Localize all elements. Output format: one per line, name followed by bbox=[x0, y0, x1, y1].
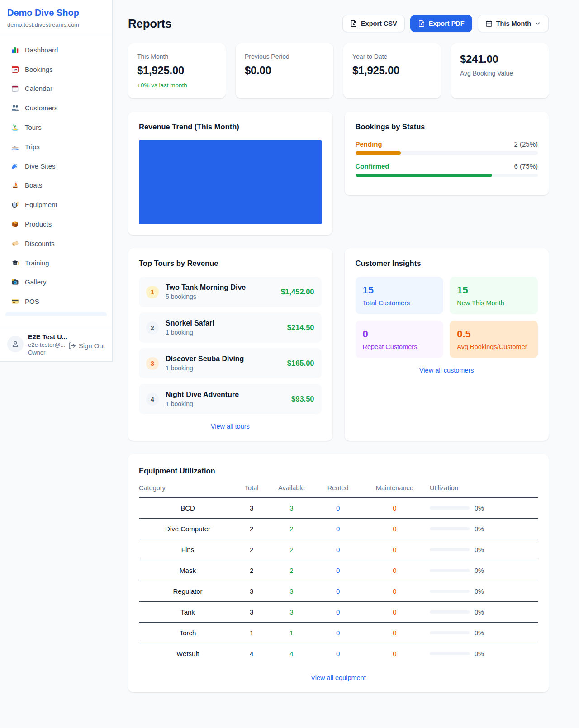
sidebar-item-gallery[interactable]: Gallery bbox=[5, 273, 107, 292]
column-header-utilization: Utilization bbox=[430, 484, 538, 498]
table-row: Dive Computer 2 2 0 0 0% bbox=[139, 519, 538, 539]
cell-category: Regulator bbox=[139, 581, 237, 602]
view-all-tours-link[interactable]: View all tours bbox=[139, 423, 322, 430]
sidebar-item-calendar[interactable]: Calendar bbox=[5, 79, 107, 99]
sidebar-item-partial-active[interactable] bbox=[5, 312, 107, 316]
status-label: Pending bbox=[356, 140, 382, 148]
insight-label: Avg Bookings/Customer bbox=[457, 343, 531, 350]
logout-icon bbox=[68, 342, 76, 350]
insights-row: Top Tours by Revenue 1 Two Tank Morning … bbox=[128, 248, 549, 441]
cell-utilization: 0% bbox=[430, 560, 538, 581]
sidebar-item-discounts[interactable]: Discounts bbox=[5, 234, 107, 253]
sidebar-item-boats[interactable]: Boats bbox=[5, 176, 107, 195]
calendar-date-icon: 17 bbox=[11, 65, 19, 73]
people-icon bbox=[11, 104, 19, 112]
export-csv-button[interactable]: Export CSV bbox=[342, 15, 405, 32]
tour-amount: $1,452.00 bbox=[281, 288, 314, 296]
insight-number: 15 bbox=[457, 284, 531, 296]
sidebar-item-equipment[interactable]: Equipment bbox=[5, 195, 107, 214]
table-row: Wetsuit 4 4 0 0 0% bbox=[139, 643, 538, 664]
tour-bookings: 5 bookings bbox=[166, 293, 274, 300]
export-pdf-button[interactable]: Export PDF bbox=[410, 15, 472, 32]
sign-out-label: Sign Out bbox=[79, 342, 105, 350]
cell-available: 4 bbox=[266, 643, 316, 664]
cell-category: Torch bbox=[139, 623, 237, 643]
sidebar-item-dashboard[interactable]: Dashboard bbox=[5, 40, 107, 60]
sidebar-item-training[interactable]: Training bbox=[5, 253, 107, 273]
column-header-maintenance: Maintenance bbox=[360, 484, 430, 498]
view-all-customers-link[interactable]: View all customers bbox=[356, 367, 538, 374]
sidebar-item-label: POS bbox=[25, 298, 39, 305]
sidebar-item-customers[interactable]: Customers bbox=[5, 98, 107, 118]
table-header-row: Category Total Available Rented Maintena… bbox=[139, 484, 538, 498]
cell-category: Mask bbox=[139, 560, 237, 581]
status-label: Confirmed bbox=[356, 162, 389, 170]
sign-out-button[interactable]: Sign Out bbox=[68, 342, 105, 350]
diving-mask-icon bbox=[11, 201, 19, 209]
table-row: Torch 1 1 0 0 0% bbox=[139, 623, 538, 643]
bookings-by-status-card: Bookings by Status Pending 2 (25%) Confi… bbox=[345, 112, 549, 195]
brand-name[interactable]: Demo Dive Shop bbox=[7, 8, 105, 18]
tag-icon bbox=[11, 239, 19, 247]
brand-domain: demo.test.divestreams.com bbox=[7, 21, 105, 28]
cell-category: BCD bbox=[139, 498, 237, 519]
insight-number: 0 bbox=[363, 328, 437, 340]
customer-insights-title: Customer Insights bbox=[356, 259, 538, 268]
stat-value: $1,925.00 bbox=[352, 64, 432, 77]
cell-maintenance: 0 bbox=[360, 623, 430, 643]
cell-rented: 0 bbox=[316, 519, 359, 539]
sidebar-item-pos[interactable]: POS bbox=[5, 292, 107, 311]
cell-maintenance: 0 bbox=[360, 643, 430, 664]
cell-available: 2 bbox=[266, 539, 316, 560]
cell-rented: 0 bbox=[316, 498, 359, 519]
sidebar-item-trips[interactable]: Trips bbox=[5, 137, 107, 156]
insight-label: Total Customers bbox=[363, 299, 437, 307]
sidebar-item-bookings[interactable]: 17 Bookings bbox=[5, 60, 107, 79]
cell-utilization: 0% bbox=[430, 498, 538, 519]
rank-badge: 1 bbox=[146, 286, 159, 298]
insights-grid: 15 Total Customers 15 New This Month 0 R… bbox=[356, 277, 538, 358]
user-name: E2E Test U... bbox=[28, 333, 64, 340]
cell-category: Wetsuit bbox=[139, 643, 237, 664]
column-header-rented: Rented bbox=[316, 484, 359, 498]
cell-utilization: 0% bbox=[430, 581, 538, 602]
column-header-total: Total bbox=[237, 484, 266, 498]
cell-utilization: 0% bbox=[430, 643, 538, 664]
calendar-icon bbox=[485, 20, 493, 27]
file-download-icon bbox=[350, 20, 357, 27]
tour-amount: $214.50 bbox=[287, 323, 314, 332]
top-tours-title: Top Tours by Revenue bbox=[139, 259, 322, 268]
stat-value: $241.00 bbox=[460, 53, 540, 66]
table-row: Tank 3 3 0 0 0% bbox=[139, 602, 538, 623]
tour-bookings: 1 booking bbox=[166, 364, 280, 372]
sidebar-item-tours[interactable]: Tours bbox=[5, 118, 107, 137]
column-header-category: Category bbox=[139, 484, 237, 498]
stat-card-avg-booking-value: $241.00 Avg Booking Value bbox=[451, 43, 549, 98]
bookings-by-status-title: Bookings by Status bbox=[356, 123, 538, 131]
period-dropdown[interactable]: This Month bbox=[478, 15, 549, 32]
main-content: Reports Export CSV Export PDF This Month bbox=[113, 0, 579, 707]
camera-icon bbox=[11, 278, 19, 286]
cell-utilization: 0% bbox=[430, 623, 538, 643]
cell-maintenance: 0 bbox=[360, 498, 430, 519]
revenue-trend-chart bbox=[139, 140, 322, 224]
equipment-utilization-card: Equipment Utilization Category Total Ava… bbox=[128, 454, 549, 692]
cell-total: 4 bbox=[237, 643, 266, 664]
stat-delta: +0% vs last month bbox=[137, 82, 217, 89]
view-all-equipment-link[interactable]: View all equipment bbox=[139, 674, 538, 681]
user-section: E2E Test U... e2e-tester@... Owner Sign … bbox=[0, 328, 112, 361]
sidebar-item-dive-sites[interactable]: Dive Sites bbox=[5, 156, 107, 176]
table-row: BCD 3 3 0 0 0% bbox=[139, 498, 538, 519]
cell-total: 3 bbox=[237, 581, 266, 602]
stat-card-this-month: This Month $1,925.00 +0% vs last month bbox=[128, 43, 226, 98]
stat-card-previous-period: Previous Period $0.00 bbox=[236, 43, 333, 98]
brand-block: Demo Dive Shop demo.test.divestreams.com bbox=[0, 0, 112, 35]
revenue-trend-card: Revenue Trend (This Month) bbox=[128, 112, 332, 235]
chevron-down-icon bbox=[535, 20, 541, 27]
page-header: Reports Export CSV Export PDF This Month bbox=[128, 15, 549, 32]
sidebar-item-products[interactable]: Products bbox=[5, 214, 107, 234]
person-icon bbox=[11, 340, 20, 349]
tour-row: 2 Snorkel Safari 1 booking $214.50 bbox=[139, 312, 322, 343]
cell-utilization: 0% bbox=[430, 539, 538, 560]
tour-amount: $93.50 bbox=[291, 395, 314, 403]
